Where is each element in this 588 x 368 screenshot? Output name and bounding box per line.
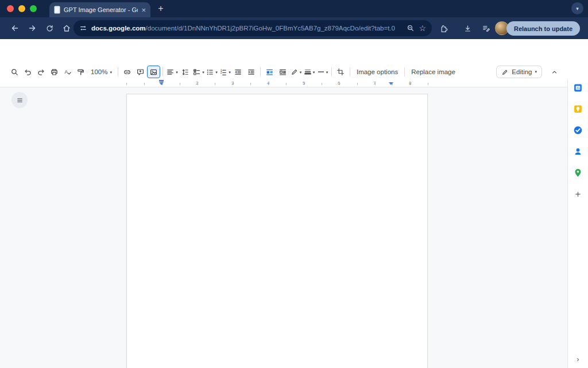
forward-button[interactable]: [24, 20, 40, 36]
url-text: docs.google.com/document/d/1DnNNnYhDR1j2…: [91, 25, 403, 32]
new-tab-button[interactable]: +: [155, 3, 167, 14]
tab-close-icon[interactable]: ×: [141, 6, 146, 14]
editing-mode-button[interactable]: Editing ▾: [496, 66, 542, 78]
border-weight-icon: [304, 68, 312, 76]
document-page[interactable]: [126, 94, 428, 368]
toolbar-divider: [260, 67, 261, 76]
home-button[interactable]: [59, 20, 75, 36]
insert-link-button[interactable]: [121, 66, 134, 78]
zoom-caret-icon: ▾: [110, 70, 112, 74]
crop-icon: [336, 68, 345, 76]
indent-marker-left[interactable]: [159, 80, 164, 85]
bookmark-star-icon[interactable]: ☆: [419, 24, 426, 32]
line-spacing-button[interactable]: [179, 66, 192, 78]
redo-button[interactable]: [34, 66, 48, 78]
border-pen-icon: [291, 68, 299, 76]
relaunch-to-update-button[interactable]: Relaunch to update: [506, 21, 580, 36]
border-dash-caret-icon: ▾: [326, 70, 328, 74]
ruler-number: 4: [267, 80, 269, 86]
undo-button[interactable]: [21, 66, 34, 78]
toolbar-divider: [118, 67, 118, 76]
border-weight-button[interactable]: ▾: [303, 66, 316, 78]
first-line-indent-icon[interactable]: [159, 80, 164, 82]
undo-icon: [24, 68, 32, 76]
print-button[interactable]: [48, 66, 61, 78]
decrease-indent-icon: [234, 68, 242, 76]
paint-format-button[interactable]: [74, 66, 87, 78]
window-close-button[interactable]: [7, 5, 14, 12]
side-panel-rail: 31 + ›: [567, 79, 588, 368]
tab-title: GPT Image Generator - Goog: [64, 6, 138, 13]
zoom-select[interactable]: 100% ▾: [87, 66, 115, 78]
image-icon: [149, 68, 158, 76]
show-side-panel-button[interactable]: ›: [568, 355, 588, 363]
reload-button[interactable]: [41, 20, 57, 36]
contacts-button[interactable]: [573, 146, 583, 156]
toolbar-divider: [350, 67, 350, 76]
calendar-button[interactable]: 31: [573, 82, 583, 93]
maps-pin-icon: [573, 168, 583, 178]
wrap-inline-button[interactable]: [263, 66, 276, 78]
outline-toggle-button[interactable]: [11, 92, 28, 108]
ruler[interactable]: 1 2 3 4 5 6 7 8: [0, 79, 567, 87]
increase-indent-button[interactable]: [245, 66, 258, 78]
browser-navbar: docs.google.com/document/d/1DnNNnYhDR1j2…: [0, 17, 588, 39]
replace-image-button[interactable]: Replace image: [407, 68, 459, 75]
window-minimize-button[interactable]: [18, 5, 25, 12]
url-bar[interactable]: docs.google.com/document/d/1DnNNnYhDR1j2…: [74, 20, 432, 36]
application-window: GPT Image Generator - Goog × + ▾: [0, 0, 588, 368]
link-icon: [123, 68, 131, 76]
search-icon: [10, 68, 19, 76]
add-comment-button[interactable]: [134, 66, 147, 78]
spellcheck-button[interactable]: A: [61, 66, 74, 78]
chevron-up-icon: [551, 68, 558, 76]
docs-favicon-icon: [54, 6, 60, 14]
reload-icon: [45, 24, 54, 33]
image-options-button[interactable]: Image options: [353, 68, 402, 75]
editing-pen-icon: [501, 68, 509, 76]
checklist-button[interactable]: ▾: [192, 66, 205, 78]
svg-text:A: A: [64, 68, 68, 74]
browser-tab[interactable]: GPT Image Generator - Goog ×: [49, 2, 150, 17]
tasks-button[interactable]: [573, 125, 583, 135]
extensions-button[interactable]: [435, 20, 451, 36]
ruler-number: 7: [373, 80, 376, 86]
back-button[interactable]: [7, 20, 23, 36]
increase-indent-icon: [247, 68, 256, 76]
keep-button[interactable]: [573, 103, 583, 114]
left-indent-icon[interactable]: [159, 82, 164, 85]
add-panel-button[interactable]: +: [573, 189, 583, 199]
checklist-caret-icon: ▾: [202, 70, 204, 74]
border-dash-button[interactable]: ▾: [316, 66, 329, 78]
indent-marker-right[interactable]: [389, 82, 393, 85]
wrap-text-button[interactable]: [276, 66, 289, 78]
ruler-number: 8: [409, 80, 411, 86]
maps-button[interactable]: [573, 167, 583, 178]
border-color-caret-icon: ▾: [300, 70, 302, 74]
download-button[interactable]: [459, 20, 475, 36]
hide-menus-button[interactable]: [548, 66, 560, 78]
bulleted-list-button[interactable]: ▾: [205, 66, 218, 78]
align-caret-icon: ▾: [176, 70, 178, 74]
ruler-number: 5: [303, 80, 305, 86]
border-color-button[interactable]: ▾: [289, 66, 303, 78]
checklist-icon: [192, 68, 201, 76]
insert-image-button[interactable]: [147, 66, 160, 78]
tab-search-button[interactable]: ▾: [571, 2, 583, 14]
numbered-list-button[interactable]: 12 ▾: [218, 66, 231, 78]
paint-roller-icon: [76, 68, 85, 76]
url-path: /document/d/1DnNNnYhDR1j2pBR7iGoHw_0FBmY…: [146, 25, 395, 32]
right-indent-icon[interactable]: [389, 82, 393, 85]
url-host: docs.google.com: [91, 25, 146, 32]
decrease-indent-button[interactable]: [231, 66, 245, 78]
site-settings-icon[interactable]: [79, 24, 87, 32]
crop-image-button[interactable]: [334, 66, 347, 78]
inline-image-icon: [265, 68, 274, 76]
search-menus-button[interactable]: [8, 66, 21, 78]
align-button[interactable]: ▾: [165, 66, 179, 78]
notes-button[interactable]: [478, 20, 494, 36]
download-icon: [463, 24, 472, 33]
zoom-icon[interactable]: [407, 24, 415, 32]
window-zoom-button[interactable]: [30, 5, 37, 12]
contacts-icon: [573, 147, 583, 156]
